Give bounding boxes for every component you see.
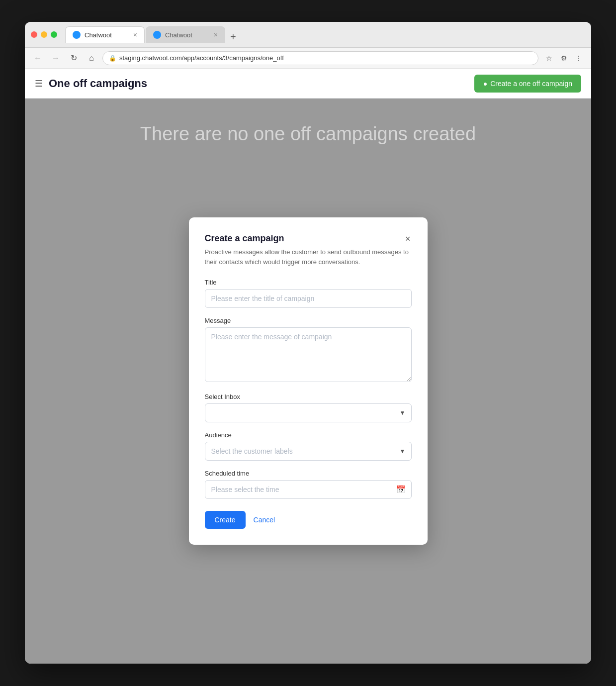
create-btn-icon: ● — [483, 80, 487, 88]
message-label: Message — [205, 317, 412, 324]
more-icon[interactable]: ⋮ — [572, 52, 585, 65]
tab-favicon-2 — [153, 31, 161, 39]
modal-title: Create a campaign — [205, 233, 284, 244]
tab-inactive[interactable]: Chatwoot × — [146, 26, 225, 43]
modal-close-button[interactable]: × — [404, 233, 412, 244]
new-tab-button[interactable]: + — [226, 31, 240, 43]
tab-label-2: Chatwoot — [165, 31, 192, 39]
audience-select[interactable]: Select the customer labels — [205, 442, 412, 461]
browser-toolbar: ← → ↻ ⌂ 🔒 staging.chatwoot.com/app/accou… — [25, 48, 591, 69]
toolbar-icons: ☆ ⚙ ⋮ — [542, 52, 585, 65]
app-content: ☰ One off campaigns ● Create a one off c… — [25, 69, 591, 664]
scheduled-time-input[interactable] — [205, 480, 412, 499]
tab-close-2[interactable]: × — [214, 31, 218, 39]
forward-button[interactable]: → — [49, 51, 63, 65]
fullscreen-button[interactable] — [51, 31, 57, 38]
create-button[interactable]: Create — [205, 511, 246, 529]
inbox-form-group: Select Inbox ▼ — [205, 393, 412, 422]
back-button[interactable]: ← — [31, 51, 45, 65]
modal-description: Proactive messages allow the customer to… — [205, 247, 412, 267]
audience-select-wrapper: Select the customer labels ▼ — [205, 442, 412, 461]
scheduled-form-group: Scheduled time 📅 — [205, 470, 412, 499]
close-button[interactable] — [31, 31, 37, 38]
reload-button[interactable]: ↻ — [67, 51, 81, 65]
inbox-select[interactable] — [205, 403, 412, 422]
create-btn-label: Create a one off campaign — [490, 80, 572, 88]
browser-tabs: Chatwoot × Chatwoot × + — [65, 26, 585, 43]
tab-favicon-1 — [73, 31, 81, 39]
title-input[interactable] — [205, 289, 412, 308]
create-campaign-modal: Create a campaign × Proactive messages a… — [189, 217, 428, 545]
hamburger-icon[interactable]: ☰ — [35, 78, 43, 89]
traffic-lights — [31, 31, 57, 38]
home-button[interactable]: ⌂ — [85, 51, 98, 65]
inbox-label: Select Inbox — [205, 393, 412, 400]
bookmark-icon[interactable]: ☆ — [542, 52, 555, 65]
title-form-group: Title — [205, 279, 412, 308]
scheduled-input-wrapper: 📅 — [205, 480, 412, 499]
create-campaign-button[interactable]: ● Create a one off campaign — [474, 75, 581, 93]
address-bar[interactable]: 🔒 staging.chatwoot.com/app/accounts/3/ca… — [102, 51, 538, 65]
modal-actions: Create Cancel — [205, 511, 412, 529]
audience-form-group: Audience Select the customer labels ▼ — [205, 431, 412, 461]
cancel-button[interactable]: Cancel — [252, 511, 277, 529]
extensions-icon[interactable]: ⚙ — [557, 52, 570, 65]
browser-window: Chatwoot × Chatwoot × + ← → ↻ ⌂ 🔒 stagin… — [25, 22, 591, 664]
page-title: One off campaigns — [49, 77, 474, 90]
tab-active[interactable]: Chatwoot × — [65, 26, 145, 43]
tab-label-1: Chatwoot — [85, 31, 112, 39]
modal-header: Create a campaign × — [205, 233, 412, 244]
scheduled-label: Scheduled time — [205, 470, 412, 477]
main-area: There are no one off campaigns created C… — [25, 98, 591, 664]
audience-label: Audience — [205, 431, 412, 439]
lock-icon: 🔒 — [109, 55, 116, 62]
app-header: ☰ One off campaigns ● Create a one off c… — [25, 69, 591, 98]
title-label: Title — [205, 279, 412, 286]
browser-titlebar: Chatwoot × Chatwoot × + — [25, 22, 591, 48]
modal-overlay: Create a campaign × Proactive messages a… — [25, 98, 591, 664]
message-form-group: Message — [205, 317, 412, 384]
minimize-button[interactable] — [41, 31, 47, 38]
message-textarea[interactable] — [205, 327, 412, 382]
inbox-select-wrapper: ▼ — [205, 403, 412, 422]
address-text: staging.chatwoot.com/app/accounts/3/camp… — [119, 54, 532, 62]
tab-close-1[interactable]: × — [133, 31, 137, 39]
